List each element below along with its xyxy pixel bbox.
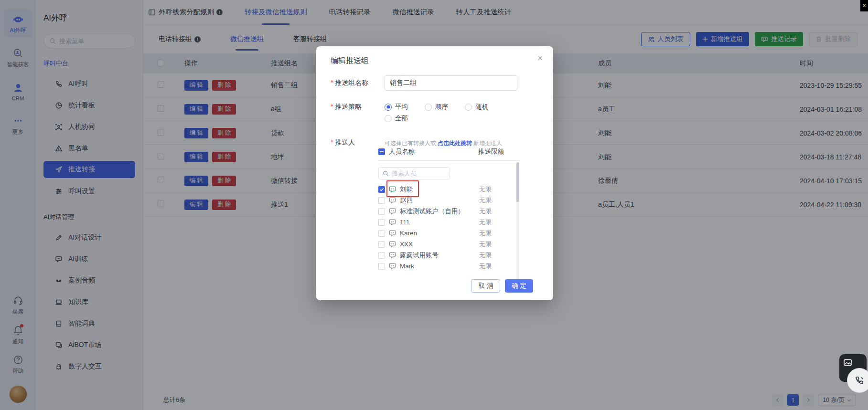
cancel-button[interactable]: 取 消 [471,279,500,293]
person-name: 111 [400,219,410,226]
person-name: Mark [400,263,414,270]
radio-strategy-average[interactable]: 平均 [385,103,412,111]
col-person-name: 人员名称 [389,147,415,156]
pusher-hint: 可选择已有转接人或点击此处跳转新增推送人 [385,135,502,147]
person-name: Karen [400,230,417,237]
person-limit: 无限 [479,229,492,238]
app-root: AI外呼 智能获客 CRM 更多 坐席 [0,0,868,410]
radio-label: 全部 [395,114,408,123]
radio-strategy-all[interactable]: 全部 [385,114,412,123]
radio-icon [385,115,392,122]
col-push-limit: 推送限额 [478,147,504,156]
wechat-icon [389,197,396,204]
radio-label: 随机 [475,103,488,111]
person-row: XXX 无限 [378,239,527,250]
person-row: Karen 无限 [378,228,527,239]
divider [378,160,520,161]
person-limit: 无限 [479,218,492,227]
hint-text: 新增推送人 [473,140,502,147]
select-all-people-checkbox[interactable] [378,148,385,155]
group-name-input[interactable] [385,75,517,91]
person-checkbox[interactable] [378,230,385,237]
radio-label: 平均 [395,103,408,111]
person-checkbox[interactable] [378,208,385,215]
wechat-icon [389,252,396,259]
screenshot-icon [843,358,854,368]
pusher-label: 推送人 [331,135,385,147]
person-row: Mark 无限 [378,261,527,272]
hint-text: 可选择已有转接人或 [385,140,436,147]
person-name: 赵四 [400,196,413,205]
person-row: 刘能 无限 [378,184,527,195]
overlay-close-icon[interactable]: × [860,0,868,11]
person-select-panel: 人员名称 推送限额 刘能 无限 [378,147,527,272]
scrollbar[interactable] [516,162,519,288]
person-limit: 无限 [479,196,492,205]
person-list: 刘能 无限 赵四 无限 标准测试账户（自用 [378,184,527,272]
radio-label: 顺序 [435,103,448,111]
person-row: 赵四 无限 [378,195,527,206]
wechat-icon [389,186,396,193]
jump-link[interactable]: 点击此处跳转 [438,140,472,147]
person-row: 标准测试账户（自用） 无限 [378,206,527,217]
search-icon [383,170,389,177]
floating-phone-widget[interactable] [847,368,868,393]
person-row: 露露试用账号 无限 [378,250,527,261]
person-limit: 无限 [479,240,492,249]
person-checkbox[interactable] [378,263,385,270]
group-name-label: 推送组名称 [331,75,385,91]
person-checkbox[interactable] [378,241,385,248]
scrollbar-thumb[interactable] [516,162,519,202]
wechat-icon [389,241,396,248]
person-checkbox-checked[interactable] [378,186,385,193]
wechat-icon [389,230,396,237]
person-limit: 无限 [479,185,492,194]
person-name: XXX [400,241,413,248]
radio-strategy-sequence[interactable]: 顺序 [425,103,452,111]
person-row: 111 无限 [378,217,527,228]
edit-push-group-modal: 编辑推送组 × 推送组名称 推送策略 平均 顺序 [316,46,553,300]
wechat-icon [389,208,396,215]
person-name: 刘能 [400,185,413,194]
wechat-icon [389,263,396,270]
confirm-button[interactable]: 确 定 [505,279,533,293]
radio-icon [465,104,472,111]
person-checkbox[interactable] [378,197,385,204]
person-limit: 无限 [479,262,492,271]
person-limit: 无限 [479,251,492,260]
phone-icon [854,375,865,386]
close-icon[interactable]: × [537,53,543,63]
person-limit: 无限 [479,207,492,216]
radio-icon [425,104,432,111]
person-checkbox[interactable] [378,219,385,226]
radio-selected-icon [385,104,392,111]
person-name: 露露试用账号 [400,251,439,260]
radio-strategy-random[interactable]: 随机 [465,103,493,111]
strategy-label: 推送策略 [331,99,385,123]
person-search[interactable] [378,167,450,179]
modal-title: 编辑推送组 [331,56,369,66]
person-search-input[interactable] [392,170,444,177]
wechat-icon [389,219,396,226]
person-name: 标准测试账户（自用） [400,207,464,216]
person-checkbox[interactable] [378,252,385,259]
